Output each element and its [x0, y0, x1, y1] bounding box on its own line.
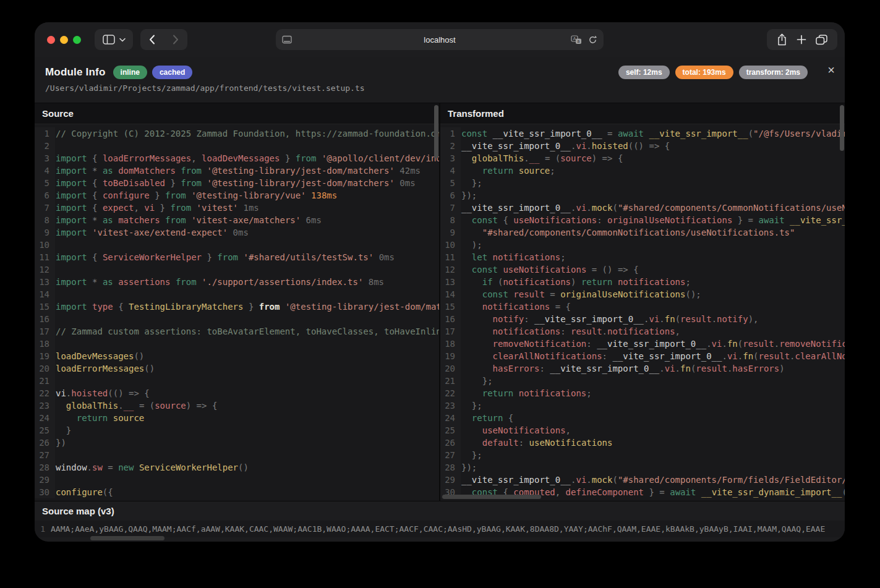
- code-line: 23 globalThis.__ = (source) => {: [35, 399, 439, 412]
- code-line: 14 const result = originalUseNotificatio…: [440, 288, 845, 300]
- code-line: 16: [35, 313, 439, 325]
- code-line: 26 default: useNotifications: [440, 437, 845, 449]
- transformed-code[interactable]: 1const __vite_ssr_import_0__ = await __v…: [440, 124, 845, 501]
- module-info-header: Module Info inlinecached self: 12mstotal…: [35, 57, 845, 103]
- code-line: 12: [35, 263, 439, 276]
- code-line: 11import { ServiceWorkerHelper } from '#…: [35, 251, 439, 263]
- code-line: 13 if (notifications) return notificatio…: [440, 276, 845, 288]
- code-line: 15 notifications = {: [440, 300, 845, 313]
- code-line: 21 };: [440, 375, 845, 387]
- transformed-panel: Transformed 1const __vite_ssr_import_0__…: [439, 103, 845, 501]
- transformed-panel-title: Transformed: [448, 108, 504, 119]
- code-line: 23 };: [440, 399, 845, 412]
- sourcemap-line: 1 AAMA;AAeA,yBAAG,QAAQ,MAAM;AACf,aAAW,KA…: [35, 521, 845, 537]
- zoom-traffic-light[interactable]: [73, 36, 81, 44]
- inline-badge: inline: [113, 66, 147, 79]
- code-line: 16 notify: __vite_ssr_import_0__.vi.fn(r…: [440, 313, 845, 325]
- code-line: 9 "#shared/components/CommonNotification…: [440, 226, 845, 239]
- code-line: 21: [35, 375, 439, 387]
- desktop-background: localhost Aa: [0, 0, 880, 588]
- code-line: 5 };: [440, 177, 845, 189]
- new-tab-icon[interactable]: [797, 35, 806, 45]
- self-time-badge: self: 12ms: [618, 66, 670, 79]
- code-line: 14: [35, 288, 439, 300]
- timing-badges: self: 12mstotal: 193mstransform: 2ms: [618, 66, 808, 79]
- code-line: 27 };: [440, 449, 845, 461]
- back-button[interactable]: [140, 29, 164, 50]
- close-traffic-light[interactable]: [47, 36, 55, 44]
- module-flag-badges: inlinecached: [113, 66, 193, 79]
- code-line: 10: [35, 239, 439, 251]
- tab-overview-icon[interactable]: [816, 35, 827, 45]
- code-line: 20 hasErrors: __vite_ssr_import_0__.vi.f…: [440, 362, 845, 375]
- code-line: 7__vite_ssr_import_0__.vi.mock("#shared/…: [440, 202, 845, 214]
- minimize-traffic-light[interactable]: [60, 36, 68, 44]
- transformed-horizontal-scrollbar[interactable]: [442, 495, 541, 499]
- code-line: 25 }: [35, 424, 439, 437]
- source-panel-header: Source: [35, 103, 439, 124]
- code-line: 19 clearAllNotifications: __vite_ssr_imp…: [440, 350, 845, 362]
- code-line: 17// Zammad custom assertions: toBeAvata…: [35, 325, 439, 338]
- translate-icon[interactable]: Aa: [571, 35, 582, 45]
- code-line: 29__vite_ssr_import_0__.vi.mock("#shared…: [440, 474, 845, 486]
- total-time-badge: total: 193ms: [675, 66, 733, 79]
- sidebar-toggle-button[interactable]: [95, 29, 133, 50]
- address-bar[interactable]: localhost Aa: [276, 29, 604, 50]
- transformed-panel-header: Transformed: [440, 103, 845, 124]
- code-line: 10 );: [440, 239, 845, 251]
- code-line: 27: [35, 449, 439, 461]
- code-line: 17 notifications: result.notifications,: [440, 325, 845, 338]
- sourcemap-line-number: 1: [35, 524, 51, 534]
- transform-time-badge: transform: 2ms: [739, 66, 808, 79]
- code-line: 24 return {: [440, 412, 845, 424]
- code-line: 12 const useNotifications = () => {: [440, 263, 845, 276]
- code-line: 15import type { TestingLibraryMatchers }…: [35, 300, 439, 313]
- forward-button[interactable]: [164, 29, 187, 50]
- code-line: 1const __vite_ssr_import_0__ = await __v…: [440, 127, 845, 140]
- reload-icon[interactable]: [588, 35, 597, 45]
- code-line: 19loadDevMessages(): [35, 350, 439, 362]
- code-line: 22 return notifications;: [440, 387, 845, 399]
- safari-window: localhost Aa: [35, 22, 845, 542]
- code-line: 22vi.hoisted(() => {: [35, 387, 439, 399]
- transformed-vertical-scrollbar[interactable]: [840, 105, 844, 151]
- browser-toolbar: localhost Aa: [35, 22, 845, 57]
- code-line: 6import { configure } from '@testing-lib…: [35, 189, 439, 202]
- code-line: 29: [35, 474, 439, 486]
- code-line: 13import * as assertions from './support…: [35, 276, 439, 288]
- code-line: 28});: [440, 461, 845, 474]
- sourcemap-horizontal-scrollbar[interactable]: [90, 536, 164, 540]
- source-code[interactable]: 1// Copyright (C) 2012-2025 Zammad Found…: [35, 124, 439, 501]
- code-line: 9import 'vitest-axe/extend-expect' 0ms: [35, 226, 439, 239]
- code-panels: Source 1// Copyright (C) 2012-2025 Zamma…: [35, 103, 845, 501]
- cached-badge: cached: [152, 66, 192, 79]
- code-line: 5import { toBeDisabled } from '@testing-…: [35, 177, 439, 189]
- code-line: 6});: [440, 189, 845, 202]
- code-line: 3import { loadErrorMessages, loadDevMess…: [35, 152, 439, 164]
- sourcemap-section: Source map (v3) 1 AAMA;AAeA,yBAAG,QAAQ,M…: [35, 501, 845, 542]
- share-icon[interactable]: [777, 33, 787, 46]
- module-path: /Users/vladimir/Projects/zammad/app/fron…: [45, 83, 832, 93]
- code-line: 30configure({: [35, 486, 439, 498]
- source-panel-title: Source: [42, 108, 74, 119]
- code-line: 3 globalThis.__ = (source) => {: [440, 152, 845, 164]
- svg-text:A: A: [573, 36, 576, 41]
- source-vertical-scrollbar[interactable]: [434, 105, 438, 158]
- code-line: 26}): [35, 437, 439, 449]
- svg-text:a: a: [578, 39, 580, 43]
- code-line: 4 return source;: [440, 164, 845, 177]
- code-line: 7import { expect, vi } from 'vitest' 1ms: [35, 202, 439, 214]
- traffic-lights: [47, 36, 81, 44]
- sourcemap-content: AAMA;AAeA,yBAAG,QAAQ,MAAM;AACf,aAAW,KAAK…: [51, 524, 845, 534]
- code-line: 8 const { useNotifications: originalUseN…: [440, 214, 845, 226]
- chevron-down-icon: [119, 38, 126, 42]
- code-line: 2: [35, 140, 439, 152]
- source-panel: Source 1// Copyright (C) 2012-2025 Zamma…: [35, 103, 439, 501]
- code-line: 4import * as domMatchers from '@testing-…: [35, 164, 439, 177]
- close-button[interactable]: ×: [827, 64, 835, 76]
- code-line: 25 useNotifications,: [440, 424, 845, 437]
- sourcemap-header: Source map (v3): [35, 501, 845, 521]
- toolbar-right-buttons: [767, 29, 837, 50]
- sourcemap-title: Source map (v3): [42, 506, 114, 516]
- code-line: 18: [35, 338, 439, 350]
